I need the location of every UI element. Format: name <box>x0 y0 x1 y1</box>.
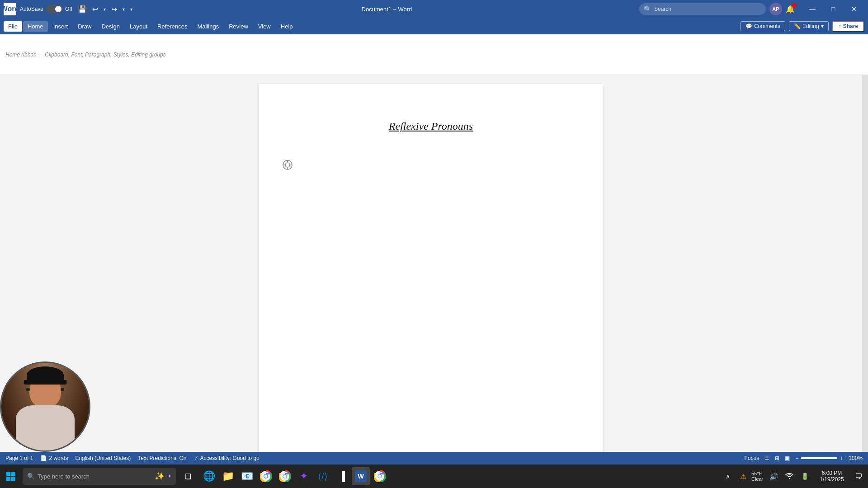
user-avatar[interactable]: AP <box>769 3 782 15</box>
notification-icon[interactable]: 🔔 <box>786 5 795 14</box>
zoom-percentage[interactable]: 100% <box>849 455 863 461</box>
menu-home[interactable]: Home <box>23 21 48 32</box>
main-area: Reflexive Pronouns <box>0 75 868 452</box>
wifi-icon[interactable] <box>782 467 797 485</box>
undo-button[interactable]: ↩ <box>90 4 100 14</box>
menu-view[interactable]: View <box>254 21 275 32</box>
print-layout-icon[interactable]: ⊞ <box>775 455 779 461</box>
minimize-button[interactable]: — <box>802 0 823 18</box>
text-predictions[interactable]: Text Predictions: On <box>138 455 186 461</box>
taskbar-vscode-icon[interactable]: ⟨/⟩ <box>314 467 332 485</box>
zoom-in-button[interactable]: + <box>840 455 843 461</box>
menu-mailings[interactable]: Mailings <box>193 21 224 32</box>
menu-review[interactable]: Review <box>224 21 253 32</box>
autosave-toggle[interactable] <box>46 5 62 13</box>
close-button[interactable]: ✕ <box>844 0 864 18</box>
zoom-fill <box>801 457 837 459</box>
svg-point-9 <box>264 475 268 478</box>
autosave-area: AutoSave Off <box>20 5 72 13</box>
menu-design[interactable]: Design <box>97 21 124 32</box>
status-right: Focus ☰ ⊞ ▣ − + 100% <box>745 455 863 461</box>
menu-insert[interactable]: Insert <box>49 21 73 32</box>
language-indicator[interactable]: English (United States) <box>75 455 131 461</box>
document-heading[interactable]: Reflexive Pronouns <box>295 120 566 132</box>
notification-badge <box>792 3 797 8</box>
title-search-bar[interactable]: 🔍 Search <box>639 3 766 15</box>
battery-icon[interactable]: 🔋 <box>797 467 812 485</box>
editing-button[interactable]: ✏️ Editing ▾ <box>789 21 829 31</box>
toggle-knob <box>55 6 61 12</box>
menu-bar-right: 💬 Comments ✏️ Editing ▾ ↑ Share <box>741 21 864 32</box>
zoom-bar: − + <box>795 455 843 461</box>
web-layout-icon[interactable]: ▣ <box>785 455 790 461</box>
menu-bar: File Home Insert Draw Design Layout Refe… <box>0 18 868 34</box>
redo-dropdown2[interactable]: ▾ <box>121 6 127 13</box>
clock-time: 6:00 PM <box>822 470 842 476</box>
zoom-out-button[interactable]: − <box>795 455 798 461</box>
ribbon-content: Home ribbon — Clipboard, Font, Paragraph… <box>5 52 166 58</box>
accessibility-status[interactable]: ✓ Accessibility: Good to go <box>194 455 259 461</box>
read-mode-icon[interactable]: ☰ <box>764 455 769 461</box>
word-logo-icon: Word <box>4 3 16 15</box>
title-bar: Word AutoSave Off 💾 ↩ ▾ ↪ ▾ ▾ Document1 … <box>0 0 868 18</box>
menu-file[interactable]: File <box>4 21 22 32</box>
svg-rect-4 <box>6 477 10 481</box>
editing-pencil-icon: ✏️ <box>794 23 801 29</box>
status-bar: Page 1 of 1 📄 2 words English (United St… <box>0 452 868 465</box>
taskbar-dark-app-icon[interactable]: ▐ <box>333 467 351 485</box>
svg-rect-5 <box>11 477 15 481</box>
start-button[interactable] <box>2 467 20 485</box>
autosave-label: AutoSave <box>20 6 43 12</box>
taskbar-file-explorer-icon[interactable]: 📁 <box>219 467 237 485</box>
weather-alert-icon[interactable]: ⚠ <box>736 467 750 485</box>
taskbar-chrome3-icon[interactable] <box>371 467 389 485</box>
word-count-icon: 📄 <box>40 455 47 461</box>
clock-area[interactable]: 6:00 PM 1/19/2025 <box>814 470 850 483</box>
webcam-feed <box>1 363 89 450</box>
vertical-scrollbar[interactable] <box>862 75 868 452</box>
notification-center-icon[interactable]: 🗨 <box>852 467 866 485</box>
menu-layout[interactable]: Layout <box>125 21 152 32</box>
taskbar-search[interactable]: 🔍 Type here to search ✨ ✦ <box>23 468 176 485</box>
save-button[interactable]: 💾 <box>76 4 89 14</box>
menu-draw[interactable]: Draw <box>73 21 96 32</box>
redo-button[interactable]: ↪ <box>109 4 119 14</box>
document-title: Document1 – Word <box>138 6 636 13</box>
svg-point-1 <box>285 163 290 167</box>
undo-dropdown[interactable]: ▾ <box>102 6 108 13</box>
comments-button[interactable]: 💬 Comments <box>741 21 785 31</box>
taskbar-edge-icon[interactable]: 🌐 <box>200 467 218 485</box>
taskbar: 🔍 Type here to search ✨ ✦ ❑ 🌐 📁 📧 <box>0 465 868 488</box>
task-view-button[interactable]: ❑ <box>179 467 197 485</box>
comment-icon: 💬 <box>745 23 752 29</box>
sparkle-icon-2: ✦ <box>167 473 172 479</box>
search-icon: 🔍 <box>644 5 651 13</box>
svg-rect-2 <box>6 472 10 476</box>
zoom-slider[interactable] <box>801 457 837 459</box>
taskbar-twitch-icon[interactable]: ✦ <box>295 467 313 485</box>
focus-button[interactable]: Focus <box>745 455 760 461</box>
taskbar-chrome2-icon[interactable] <box>276 467 294 485</box>
page-container[interactable]: Reflexive Pronouns <box>0 75 862 452</box>
menu-help[interactable]: Help <box>276 21 297 32</box>
taskbar-app-icons: 🌐 📁 📧 <box>200 467 389 485</box>
ribbon-toolbar: Home ribbon — Clipboard, Font, Paragraph… <box>0 34 868 75</box>
speaker-icon[interactable]: 🔊 <box>767 467 781 485</box>
menu-references[interactable]: References <box>153 21 192 32</box>
customize-qat[interactable]: ▾ <box>128 6 134 13</box>
taskbar-chrome-icon[interactable] <box>257 467 275 485</box>
taskbar-search-icon: 🔍 <box>27 473 35 480</box>
document-page[interactable]: Reflexive Pronouns <box>259 84 603 452</box>
maximize-button[interactable]: □ <box>823 0 844 18</box>
weather-temp: 55°F Clear <box>751 467 766 485</box>
system-tray: ∧ ⚠ 55°F Clear 🔊 🔋 <box>721 467 812 485</box>
taskbar-outlook-icon[interactable]: 📧 <box>238 467 256 485</box>
tray-chevron[interactable]: ∧ <box>721 467 735 485</box>
taskbar-word-icon[interactable]: W <box>352 467 370 485</box>
paragraph-marker-icon <box>283 160 292 172</box>
word-count[interactable]: 📄 2 words <box>40 455 68 461</box>
search-placeholder: Search <box>654 6 671 12</box>
page-info[interactable]: Page 1 of 1 <box>5 455 33 461</box>
clock-date: 1/19/2025 <box>820 476 844 483</box>
share-button[interactable]: ↑ Share <box>832 21 864 32</box>
